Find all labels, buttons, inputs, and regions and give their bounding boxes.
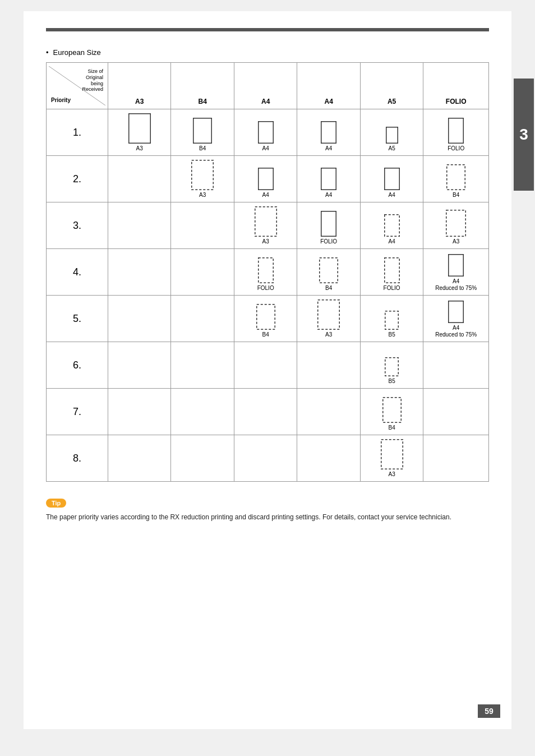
cell-r3-c1 [108,202,171,249]
cell-r4-c5: FOLIO [360,249,423,296]
cell-r2-c3: A4 [234,156,297,202]
svg-rect-16 [258,258,273,283]
table-row: 3. A3 FOLIO A4 A3 [47,202,489,249]
svg-rect-21 [318,300,340,330]
page-number: 59 [478,704,500,718]
chapter-tab: 3 [514,79,534,191]
cell-r2-c5: A4 [360,156,423,202]
svg-rect-14 [384,215,399,237]
cell-r4-c2 [171,249,234,296]
svg-rect-23 [449,301,464,323]
priority-label: 5. [47,296,108,342]
cell-r3-c5: A4 [360,202,423,249]
svg-rect-22 [385,311,399,330]
svg-rect-26 [381,440,403,469]
priority-label: 6. [47,342,108,389]
cell-r5-c3: B4 [234,296,297,342]
priority-label: 3. [47,202,108,249]
col-header-a4a: A4 [234,63,297,109]
svg-rect-3 [258,122,273,144]
cell-r4-c6: A4 Reduced to 75% [423,249,489,296]
svg-rect-15 [446,210,466,237]
section-label: European Size [53,48,101,57]
cell-r8-c4 [297,435,360,482]
cell-r1-c2: B4 [171,109,234,156]
svg-rect-18 [384,258,399,283]
tip-text: The paper priority varies according to t… [46,512,489,522]
cell-r8-c1 [108,435,171,482]
cell-r5-c5: B5 [360,296,423,342]
cell-r7-c1 [108,389,171,435]
cell-r6-c6 [423,342,489,389]
cell-r4-c1 [108,249,171,296]
cell-r7-c5: B4 [360,389,423,435]
cell-r7-c6 [423,389,489,435]
corner-header-cell: Size ofOriginalbeingReceived Priority [47,63,108,109]
svg-rect-25 [382,398,401,423]
cell-r5-c4: A3 [297,296,360,342]
svg-rect-11 [447,165,465,190]
cell-r5-c2 [171,296,234,342]
col-header-b4: B4 [171,63,234,109]
tip-section: Tip The paper priority varies according … [46,499,489,522]
svg-rect-19 [449,255,464,276]
cell-r7-c4 [297,389,360,435]
svg-rect-9 [321,168,336,190]
table-row: 5. B4 A3 B5 A4 Reduced to 75% [47,296,489,342]
cell-r7-c3 [234,389,297,435]
cell-r1-c3: A4 [234,109,297,156]
cell-r2-c6: B4 [423,156,489,202]
page-container: • European Size Size ofOriginalbeingRece… [24,11,511,729]
table-row: 7. B4 [47,389,489,435]
svg-rect-1 [128,114,150,144]
cell-r8-c3 [234,435,297,482]
cell-r8-c6 [423,435,489,482]
priority-label: 2. [47,156,108,202]
cell-r6-c5: B5 [360,342,423,389]
section-header: • European Size [46,48,489,57]
cell-r4-c4: B4 [297,249,360,296]
cell-r5-c6: A4 Reduced to 75% [423,296,489,342]
svg-rect-2 [193,118,212,144]
table-row: 8. A3 [47,435,489,482]
cell-r8-c2 [171,435,234,482]
cell-r2-c4: A4 [297,156,360,202]
cell-r4-c3: FOLIO [234,249,297,296]
cell-r6-c3 [234,342,297,389]
priority-label: 1. [47,109,108,156]
table-row: 2. A3 A4 A4 A4 B4 [47,156,489,202]
size-header-text: Size ofOriginalbeingReceived [82,68,103,93]
svg-rect-8 [258,168,273,190]
col-header-a5: A5 [360,63,423,109]
svg-rect-12 [255,207,276,237]
priority-label: 4. [47,249,108,296]
table-row: 1. A3 B4 A4 A4 A5 FOLIO [47,109,489,156]
priority-label: 8. [47,435,108,482]
cell-r1-c1: A3 [108,109,171,156]
svg-rect-4 [321,122,336,144]
cell-r8-c5: A3 [360,435,423,482]
cell-r3-c2 [171,202,234,249]
cell-r1-c6: FOLIO [423,109,489,156]
table-row: 4. FOLIO B4 FOLIO A4 Reduced to 75% [47,249,489,296]
cell-r5-c1 [108,296,171,342]
cell-r3-c4: FOLIO [297,202,360,249]
svg-rect-20 [256,305,275,330]
tip-badge: Tip [46,499,66,508]
cell-r1-c4: A4 [297,109,360,156]
top-rule [46,28,489,31]
svg-rect-17 [320,258,338,283]
cell-r6-c2 [171,342,234,389]
table-row: 6. B5 [47,342,489,389]
col-header-folio: FOLIO [423,63,489,109]
cell-r6-c4 [297,342,360,389]
svg-rect-7 [192,160,214,190]
svg-rect-5 [386,127,398,144]
cell-r1-c5: A5 [360,109,423,156]
priority-header-text: Priority [51,97,71,103]
cell-r6-c1 [108,342,171,389]
cell-r7-c2 [171,389,234,435]
priority-label: 7. [47,389,108,435]
svg-rect-10 [384,168,399,190]
svg-rect-24 [385,358,399,376]
